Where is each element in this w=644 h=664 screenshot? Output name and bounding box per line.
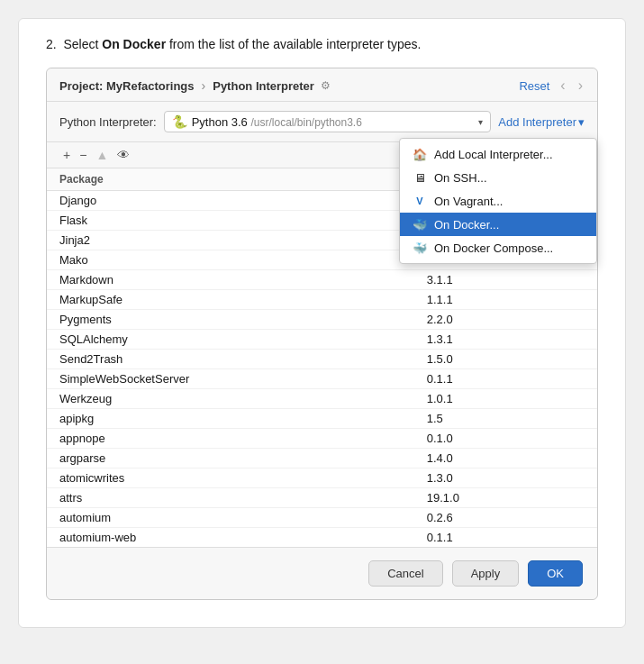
package-name: Pygments [47, 310, 414, 330]
apply-button[interactable]: Apply [452, 560, 520, 587]
table-row[interactable]: MarkupSafe1.1.1 [47, 290, 597, 310]
dropdown-item-vagrant[interactable]: V On Vagrant... [400, 189, 596, 213]
cancel-button[interactable]: Cancel [368, 560, 442, 587]
package-name: Werkzeug [47, 389, 414, 409]
package-name: Markdown [47, 270, 414, 290]
table-row[interactable]: Pygments2.2.0 [47, 310, 597, 330]
package-name: atomicwrites [47, 468, 414, 488]
table-row[interactable]: argparse1.4.0 [47, 449, 597, 468]
dialog-titlebar: Project: MyRefactorings › Python Interpr… [47, 68, 597, 102]
column-package: Package [47, 168, 414, 191]
dropdown-item-ssh[interactable]: 🖥 On SSH... [400, 166, 596, 189]
interpreter-path: /usr/local/bin/python3.6 [250, 116, 361, 129]
breadcrumb-separator: › [202, 78, 206, 93]
package-version: 1.3.0 [414, 468, 597, 488]
step-number: 2. [46, 37, 57, 51]
nav-back-button[interactable]: ‹ [558, 77, 567, 94]
package-version: 1.5 [414, 409, 597, 429]
package-version: 1.0.1 [414, 389, 597, 409]
package-version: 1.1.1 [414, 290, 597, 310]
ok-button[interactable]: OK [528, 560, 583, 587]
gear-icon: ⚙ [320, 79, 332, 92]
table-row[interactable]: atomicwrites1.3.0 [47, 468, 597, 488]
table-row[interactable]: apipkg1.5 [47, 409, 597, 429]
outer-wrapper: 2. Select On Docker from the list of the… [18, 18, 626, 628]
table-row[interactable]: automium0.2.6 [47, 508, 597, 528]
add-package-button[interactable]: + [59, 146, 74, 164]
package-name: apipkg [47, 409, 414, 429]
step-highlight: On Docker [102, 37, 166, 51]
remove-package-button[interactable]: − [76, 146, 90, 164]
interpreter-label: Python Interpreter: [59, 115, 157, 129]
interpreter-type-dropdown: 🏠 Add Local Interpreter... 🖥 On SSH... V… [399, 138, 597, 264]
package-name: SQLAlchemy [47, 330, 414, 350]
package-version: 0.2.6 [414, 508, 597, 528]
step-instruction: 2. Select On Docker from the list of the… [46, 37, 598, 51]
package-name: Jinja2 [47, 231, 414, 250]
step-text-before: Select [63, 37, 102, 51]
dropdown-item-local[interactable]: 🏠 Add Local Interpreter... [400, 142, 596, 166]
dropdown-item-local-label: Add Local Interpreter... [434, 148, 553, 161]
table-row[interactable]: Send2Trash1.5.0 [47, 350, 597, 369]
package-version: 0.1.1 [414, 369, 597, 389]
package-name: Send2Trash [47, 350, 414, 369]
nav-forward-button[interactable]: › [576, 77, 585, 94]
dialog-footer: Cancel Apply OK [47, 547, 597, 599]
table-row[interactable]: attrs19.1.0 [47, 488, 597, 508]
package-name: Flask [47, 211, 414, 231]
docker-compose-icon: 🐳 [413, 241, 427, 255]
package-name: Mako [47, 250, 414, 270]
package-name: automium [47, 508, 414, 528]
dropdown-arrow-icon: ▾ [478, 117, 483, 127]
package-version: 19.1.0 [414, 488, 597, 508]
step-text-after: from the list of the available interpret… [166, 37, 421, 51]
package-settings-button[interactable]: 👁 [113, 146, 133, 164]
titlebar-actions: Reset ‹ › [519, 77, 585, 94]
table-row[interactable]: Werkzeug1.0.1 [47, 389, 597, 409]
reset-button[interactable]: Reset [519, 79, 549, 93]
dropdown-item-ssh-label: On SSH... [434, 171, 487, 185]
settings-dialog: Project: MyRefactorings › Python Interpr… [46, 68, 598, 600]
docker-icon: 🐳 [413, 217, 427, 232]
breadcrumb: Project: MyRefactorings › Python Interpr… [59, 78, 332, 93]
table-row[interactable]: SimpleWebSocketServer0.1.1 [47, 369, 597, 389]
python-icon: 🐍 [172, 114, 186, 129]
vagrant-icon: V [413, 194, 427, 208]
package-version: 0.1.0 [414, 429, 597, 449]
dropdown-item-docker-compose[interactable]: 🐳 On Docker Compose... [400, 236, 596, 259]
table-row[interactable]: appnope0.1.0 [47, 429, 597, 449]
table-row[interactable]: Markdown3.1.1 [47, 270, 597, 290]
ssh-icon: 🖥 [413, 170, 427, 185]
package-version: 1.4.0 [414, 449, 597, 468]
table-row[interactable]: SQLAlchemy1.3.1 [47, 330, 597, 350]
package-name: automium-web [47, 528, 414, 548]
add-interpreter-button[interactable]: Add Interpreter ▾ [498, 115, 585, 129]
breadcrumb-project: Project: MyRefactorings [59, 79, 195, 93]
package-version: 2.2.0 [414, 310, 597, 330]
package-name: MarkupSafe [47, 290, 414, 310]
package-name: argparse [47, 449, 414, 468]
upgrade-package-button[interactable]: ▲ [92, 146, 112, 164]
package-name: SimpleWebSocketServer [47, 369, 414, 389]
package-name: appnope [47, 429, 414, 449]
package-version: 0.1.1 [414, 528, 597, 548]
package-version: 1.5.0 [414, 350, 597, 369]
dropdown-item-docker[interactable]: 🐳 On Docker... [400, 213, 596, 236]
package-version: 1.3.1 [414, 330, 597, 350]
package-version: 3.1.1 [414, 270, 597, 290]
dropdown-item-vagrant-label: On Vagrant... [434, 195, 503, 208]
dropdown-item-docker-compose-label: On Docker Compose... [434, 241, 553, 255]
interpreter-select[interactable]: 🐍 Python 3.6 /usr/local/bin/python3.6 ▾ [164, 111, 492, 132]
dropdown-item-docker-label: On Docker... [434, 218, 499, 232]
interpreter-row: Python Interpreter: 🐍 Python 3.6 /usr/lo… [47, 102, 597, 141]
add-interpreter-chevron-icon: ▾ [578, 115, 585, 129]
table-row[interactable]: automium-web0.1.1 [47, 528, 597, 548]
package-name: Django [47, 191, 414, 211]
local-interpreter-icon: 🏠 [413, 147, 427, 161]
breadcrumb-page: Python Interpreter [213, 79, 314, 93]
interpreter-value: Python 3.6 /usr/local/bin/python3.6 [192, 115, 474, 129]
package-name: attrs [47, 488, 414, 508]
